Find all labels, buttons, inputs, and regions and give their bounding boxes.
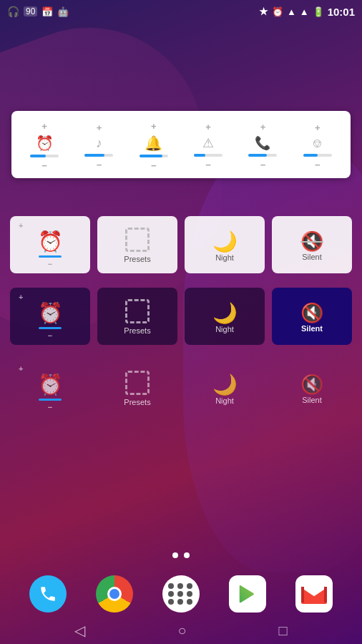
night-widget-light[interactable]: 🌙 Night [185,216,265,273]
signal-icon: ▲ [300,6,309,17]
vol-notification[interactable]: + 🔔 − [132,121,175,171]
star-icon: ★ [259,6,268,17]
vol-sys-plus[interactable]: + [205,122,211,132]
calendar-icon: 📅 [41,6,53,17]
vol-music[interactable]: + ♪ − [77,122,120,170]
silent-widget-dark2[interactable]: 🔇 Silent [272,359,352,416]
chrome-dock-icon[interactable] [96,575,133,613]
vol-sys-icon: ⚠ [202,135,214,151]
vol-alarm-plus[interactable]: + [41,121,47,132]
vol-notif-plus[interactable]: + [151,121,157,132]
dot-9 [187,599,192,605]
chrome-inner-circle [107,587,122,601]
clock-plus-light[interactable]: + [19,221,23,230]
dot-1 [168,583,174,589]
app-row-3: + ⏰ − Presets 🌙 Night 🔇 Silent [10,359,352,424]
vol-call[interactable]: + 📞 − [241,122,284,170]
gmail-dock-icon[interactable] [295,575,333,613]
clock-bar-light [39,255,62,258]
back-button[interactable]: ◁ [74,622,85,639]
playstore-svg [237,583,258,605]
vol-notif-icon: 🔔 [145,135,162,152]
vol-call-plus[interactable]: + [260,122,266,132]
vol-alarm-icon: ⏰ [36,135,54,152]
vol-bluetooth[interactable]: + ⎊ − [296,122,339,170]
clock-bar-dark2 [39,399,62,401]
notification-count: 90 [24,6,37,16]
vol-music-plus[interactable]: + [97,122,102,133]
vol-bt-bar [303,154,332,157]
moon-icon-dark2: 🌙 [212,373,238,396]
vol-music-minus[interactable]: − [97,160,102,170]
clock-plus-dark2[interactable]: + [19,364,23,373]
vol-music-bar [84,154,113,157]
vol-bt-plus[interactable]: + [315,122,321,133]
clock-plus-dark[interactable]: + [19,293,23,301]
phone-dock-icon[interactable] [29,575,67,613]
vol-sys-minus[interactable]: − [205,160,211,170]
clock-bar-dark [39,327,62,329]
presets-widget-light[interactable]: Presets [97,216,177,273]
presets-icon-dark2 [125,371,150,395]
vol-alarm-fill [30,155,46,157]
clock-minus-light[interactable]: − [48,260,52,268]
vol-system[interactable]: + ⚠ − [187,122,230,170]
vol-alarm-minus[interactable]: − [41,160,47,171]
presets-label-dark: Presets [124,326,150,335]
vol-notif-minus[interactable]: − [151,160,157,171]
home-button[interactable]: ○ [177,623,186,639]
mute-icon-light: 🔇 [300,230,323,253]
night-label-light: Night [215,253,234,262]
nav-bar: ◁ ○ □ [0,617,362,644]
clock-widget-dark2[interactable]: + ⏰ − [10,359,90,416]
page-dot-1[interactable] [172,552,178,558]
presets-widget-dark2[interactable]: Presets [97,359,177,416]
page-dots [0,552,362,558]
vol-notif-bar [140,155,168,157]
wifi-icon: ▲ [287,6,296,17]
mute-icon-dark2: 🔇 [300,374,323,396]
phone-svg [39,585,57,603]
vol-call-minus[interactable]: − [260,160,266,170]
vol-bt-minus[interactable]: − [315,160,321,170]
clock-widget-light[interactable]: + ⏰ − [10,216,90,273]
vol-bt-fill [303,154,318,157]
vol-music-fill [84,154,104,157]
night-widget-dark[interactable]: 🌙 Night [185,288,265,345]
headphones-icon: 🎧 [7,6,19,17]
dot-6 [187,591,192,597]
clock-minus-dark[interactable]: − [48,331,52,340]
playstore-dock-icon[interactable] [229,575,266,613]
silent-widget-active[interactable]: 🔇 Silent [272,288,352,345]
vol-call-icon: 📞 [255,135,270,151]
mute-icon-active: 🔇 [300,302,323,324]
vol-sys-fill [194,154,205,157]
clock-widget-dark[interactable]: + ⏰ − [10,288,90,345]
dot-8 [177,599,183,605]
page-dot-2[interactable] [184,552,190,558]
night-label-dark: Night [215,325,234,333]
svg-rect-1 [301,587,304,602]
presets-widget-dark[interactable]: Presets [97,288,177,345]
clock-icon-dark: ⏰ [38,301,63,325]
silent-label-active: Silent [301,324,323,333]
clock-minus-dark2[interactable]: − [48,403,52,411]
night-widget-dark2[interactable]: 🌙 Night [185,359,265,416]
app-drawer-icon[interactable] [162,575,200,613]
presets-label-light: Presets [124,255,150,263]
dots-grid [168,583,194,605]
volume-widget: + ⏰ − + ♪ − + 🔔 − + ⚠ − + 📞 [11,111,351,178]
night-label-dark2: Night [215,396,234,405]
recent-button[interactable]: □ [278,623,287,639]
vol-alarm-bar [30,155,59,157]
app-row-1: + ⏰ − Presets 🌙 Night 🔇 Silent [10,216,352,280]
silent-widget-light[interactable]: 🔇 Silent [272,216,352,273]
vol-alarm[interactable]: + ⏰ − [23,121,66,171]
clock-icon-dark2: ⏰ [38,373,63,396]
dot-3 [187,583,192,589]
presets-label-dark2: Presets [124,398,150,406]
gmail-svg [301,584,327,604]
silent-label-dark2: Silent [302,396,322,404]
vol-call-bar [248,154,277,157]
presets-icon-dark [125,299,150,323]
